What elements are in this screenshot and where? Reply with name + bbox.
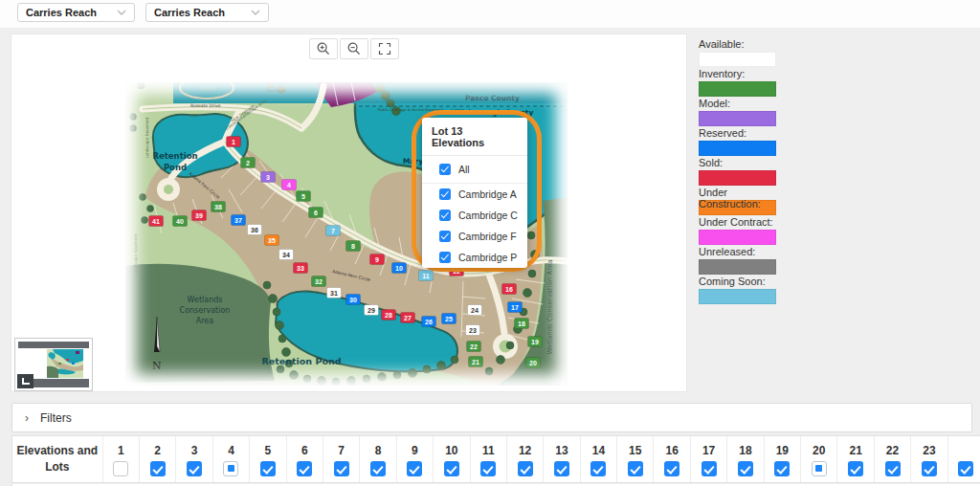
- minimap-thumbnail: [47, 349, 83, 378]
- lot-column-checkbox[interactable]: [480, 461, 496, 476]
- svg-text:Wetlands Conservation Area: Wetlands Conservation Area: [546, 259, 554, 354]
- lot-column-checkbox[interactable]: [444, 461, 459, 476]
- lot-column-checkbox[interactable]: [738, 461, 753, 476]
- lot-number: 27: [404, 315, 412, 321]
- lot-column-checkbox[interactable]: [518, 461, 533, 476]
- lot-number: 33: [297, 265, 304, 272]
- lot-column: 8: [359, 436, 395, 482]
- lot-column-checkbox[interactable]: [407, 461, 422, 476]
- lot-number: 3: [266, 174, 270, 181]
- lot-number: 2: [246, 160, 250, 166]
- lot-column-number: 3: [191, 444, 198, 457]
- minimap[interactable]: [14, 338, 93, 391]
- lot-column-number: 4: [228, 444, 234, 457]
- lot-column-checkbox[interactable]: [885, 461, 901, 476]
- elevation-option-all[interactable]: All: [422, 156, 527, 184]
- elevation-option[interactable]: Cambridge F: [422, 226, 527, 247]
- legend-label: Under Construction:: [699, 187, 785, 199]
- lot-column-checkbox[interactable]: [370, 461, 386, 476]
- elevation-checkbox[interactable]: [439, 252, 451, 263]
- lot-column: 7: [323, 436, 359, 482]
- elevation-checkbox[interactable]: [439, 188, 451, 200]
- filters-label: Filters: [40, 411, 72, 425]
- elevation-checkbox[interactable]: [439, 210, 451, 221]
- filters-accordion[interactable]: › Filters: [11, 403, 972, 432]
- lot-column-checkbox[interactable]: [812, 461, 827, 476]
- lot-column-number: 21: [849, 444, 861, 457]
- legend-item: Reserved:: [699, 127, 785, 156]
- lot-column-checkbox[interactable]: [554, 461, 569, 476]
- community-dropdown-1[interactable]: Carries Reach: [17, 3, 135, 22]
- legend-item: Under Contract:: [699, 216, 785, 245]
- lot-column: 13: [543, 436, 579, 482]
- lot-column-checkbox[interactable]: [628, 461, 643, 476]
- lot-column-number: 20: [813, 444, 825, 457]
- legend-item: Model:: [699, 98, 785, 126]
- elevation-option[interactable]: Cambridge C: [422, 205, 527, 226]
- lot-number: 7: [331, 228, 335, 234]
- lot-column-checkbox[interactable]: [113, 461, 128, 476]
- lot-column: 14: [580, 436, 616, 482]
- lot-column-number: 8: [375, 444, 382, 457]
- svg-text:Pasco County: Pasco County: [465, 94, 520, 102]
- elevation-option[interactable]: Cambridge P: [422, 247, 527, 268]
- lot-column-checkbox[interactable]: [848, 461, 863, 476]
- lot-number: 6: [314, 210, 318, 216]
- minimap-corner-icon: [22, 378, 30, 385]
- zoom-in-icon: [316, 41, 331, 56]
- legend-label: Coming Soon:: [699, 276, 785, 288]
- lot-column: 1: [102, 436, 139, 482]
- minimap-toggle-button[interactable]: [17, 374, 33, 388]
- lot-column: 2: [139, 436, 175, 482]
- legend-item: Available:: [699, 38, 785, 67]
- lot-column-number: 2: [154, 444, 161, 457]
- community-dropdown-2[interactable]: Carries Reach: [145, 3, 269, 22]
- lot-number: 29: [368, 307, 375, 314]
- lot-column-checkbox[interactable]: [664, 461, 679, 476]
- legend-item: Inventory:: [699, 68, 785, 97]
- lot-column: 11: [470, 436, 506, 482]
- lot-number: 23: [469, 327, 477, 334]
- legend-swatch: [699, 111, 776, 126]
- lot-column-checkbox[interactable]: [334, 461, 349, 476]
- legend-label: Available:: [699, 38, 785, 51]
- minimap-frame-top: [18, 342, 89, 348]
- lot-column-number: 9: [412, 444, 418, 457]
- table-row-header: Elevations and Lots: [12, 436, 102, 482]
- elevation-option[interactable]: Cambridge A: [422, 184, 527, 205]
- svg-text:Conservation: Conservation: [180, 306, 231, 315]
- lot-column-checkbox[interactable]: [150, 461, 166, 476]
- lot-column-checkbox[interactable]: [187, 461, 202, 476]
- lot-column-number: 7: [338, 444, 345, 457]
- top-bar: Carries Reach Carries Reach: [0, 0, 980, 28]
- lot-number: 37: [234, 217, 242, 224]
- lot-column-checkbox[interactable]: [260, 461, 276, 476]
- zoom-in-button[interactable]: [309, 38, 338, 59]
- elevation-checkbox[interactable]: [439, 231, 451, 242]
- all-checkbox[interactable]: [439, 164, 451, 175]
- legend-swatch: [699, 141, 776, 156]
- lot-column-checkbox[interactable]: [958, 461, 973, 476]
- community-dropdown-1-value: Carries Reach: [26, 7, 97, 18]
- lot-column: 19: [764, 436, 800, 482]
- zoom-out-icon: [346, 41, 362, 56]
- fullscreen-button[interactable]: [370, 38, 399, 59]
- lot-number: 22: [470, 343, 478, 350]
- lot-column-checkbox[interactable]: [590, 461, 606, 476]
- lot-column-checkbox[interactable]: [922, 461, 937, 476]
- lot-column-checkbox[interactable]: [702, 461, 717, 476]
- lot-number: 16: [505, 286, 513, 293]
- lot-column-number: 19: [776, 444, 789, 457]
- lot-column-checkbox[interactable]: [297, 461, 312, 476]
- lot-column-number: 23: [923, 444, 935, 457]
- zoom-out-button[interactable]: [340, 38, 368, 59]
- svg-text:Area: Area: [196, 317, 214, 325]
- lot-number: 35: [268, 237, 276, 244]
- lot-number: 30: [349, 297, 357, 303]
- lot-number: 19: [531, 339, 539, 345]
- lot-column-checkbox[interactable]: [223, 461, 238, 476]
- svg-text:Pond: Pond: [164, 163, 187, 172]
- lot-column-checkbox[interactable]: [774, 461, 790, 476]
- lot-column: 18: [726, 436, 763, 482]
- lot-column-number: 6: [301, 444, 308, 457]
